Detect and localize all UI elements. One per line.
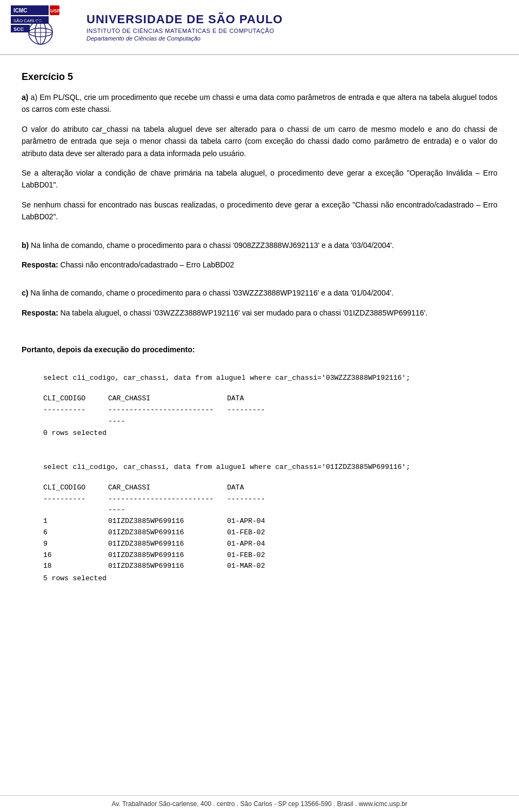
footer-text: Av. Trabalhador São-carlense, 400 . cent… [112, 800, 408, 808]
part-b-paragraph: b) Na linha de comando, chame o procedim… [22, 239, 497, 251]
paragraph1: O valor do atributo car_chassi na tabela… [22, 123, 497, 159]
part-b-label: b) [22, 241, 29, 250]
table2-col1-header: CLI_CODIGO [43, 482, 97, 494]
intro-paragraph: a) a) Em PL/SQL, crie um procedimento qu… [22, 91, 497, 116]
table1-header: CLI_CODIGO CAR_CHASSI DATA [43, 393, 497, 405]
row-col2: 01IZDZ3885WP699116 [108, 539, 216, 550]
table2-sep2: ----------------------------- [108, 494, 216, 516]
portanto-label: Portanto, depois da execução do procedim… [22, 344, 497, 355]
part-c-text: Na linha de comando, chame o procediment… [30, 288, 393, 297]
table1-sep: ---------- -----------------------------… [43, 405, 497, 427]
resposta-c-text: Na tabela aluguel, o chassi '03WZZZ3888W… [61, 308, 428, 317]
row-col2: 01IZDZ3885WP699116 [108, 561, 216, 572]
svg-text:USP: USP [50, 8, 61, 14]
row-col2: 01IZDZ3885WP699116 [108, 516, 216, 527]
table2-sep3: --------- [227, 494, 292, 516]
table2-sep1: ---------- [43, 494, 97, 516]
exercise-title: Exercício 5 [22, 71, 497, 83]
table1-col3-header: DATA [227, 393, 292, 405]
table-row: 6 01IZDZ3885WP699116 01-FEB-02 [43, 527, 497, 539]
row-col1: 18 [43, 561, 97, 572]
svg-text:ICMC: ICMC [14, 8, 28, 14]
row-col3: 01-FEB-02 [227, 550, 292, 561]
table1-rows-selected: 0 rows selected [43, 429, 497, 437]
part-b-text: Na linha de comando, chame o procediment… [31, 241, 394, 250]
resposta-b-text: Chassi não encontrado/cadastrado – Erro … [61, 260, 234, 269]
row-col1: 6 [43, 527, 97, 539]
header-text: UNIVERSIDADE DE SÃO PAULO INSTITUTO DE C… [86, 12, 283, 42]
row-col3: 01-APR-04 [227, 516, 292, 527]
table1-sep2: ----------------------------- [108, 405, 216, 427]
row-col1: 1 [43, 516, 97, 527]
query1: select cli_codigo, car_chassi, data from… [43, 373, 497, 384]
table2-rows-selected: 5 rows selected [43, 574, 497, 582]
row-col2: 01IZDZ3885WP699116 [108, 527, 216, 539]
table-row: 1 01IZDZ3885WP699116 01-APR-04 [43, 516, 497, 527]
university-name: UNIVERSIDADE DE SÃO PAULO [86, 12, 283, 26]
logo: ICMC USP SÃO CARLOS SCC [11, 5, 76, 49]
part-c-paragraph: c) Na linha de comando, chame o procedim… [22, 287, 497, 299]
row-col1: 9 [43, 539, 97, 550]
paragraph3: Se nenhum chassi for encontrado nas busc… [22, 199, 497, 223]
resposta-b-label: Resposta: [22, 260, 58, 269]
paragraph2: Se a alteração violar a condição de chav… [22, 167, 497, 191]
table2-col2-header: CAR_CHASSI [108, 482, 216, 494]
institute-name: INSTITUTO DE CIÊNCIAS MATEMÁTICAS E DE C… [86, 28, 283, 34]
part-c-label: c) [22, 288, 28, 297]
intro-text: a) Em PL/SQL, crie um procedimento que r… [22, 93, 497, 113]
svg-text:SCC: SCC [14, 26, 24, 32]
resposta-c-label: Resposta: [22, 308, 58, 317]
resposta-c: Resposta: Na tabela aluguel, o chassi '0… [22, 307, 497, 319]
table-row: 18 01IZDZ3885WP699116 01-MAR-02 [43, 561, 497, 572]
row-col2: 01IZDZ3885WP699116 [108, 550, 216, 561]
table2-rows: 1 01IZDZ3885WP699116 01-APR-04 6 01IZDZ3… [22, 516, 497, 572]
department-name: Departamento de Ciências de Computação [86, 35, 283, 42]
table2-col3-header: DATA [227, 482, 292, 494]
resposta-b: Resposta: Chassi não encontrado/cadastra… [22, 259, 497, 271]
table2-header: CLI_CODIGO CAR_CHASSI DATA [43, 482, 497, 494]
table1-col2-header: CAR_CHASSI [108, 393, 216, 405]
row-col3: 01-FEB-02 [227, 527, 292, 539]
page-header: ICMC USP SÃO CARLOS SCC UNIVERSIDADE DE … [0, 0, 519, 55]
row-col3: 01-MAR-02 [227, 561, 292, 572]
table2-sep: ---------- -----------------------------… [43, 494, 497, 516]
query2: select cli_codigo, car_chassi, data from… [43, 462, 497, 473]
part-a-label: a) [22, 93, 31, 102]
row-col3: 01-APR-04 [227, 539, 292, 550]
table1-col1-header: CLI_CODIGO [43, 393, 97, 405]
row-col1: 16 [43, 550, 97, 561]
table1-sep3: --------- [227, 405, 292, 427]
table-row: 16 01IZDZ3885WP699116 01-FEB-02 [43, 550, 497, 561]
table1-sep1: ---------- [43, 405, 97, 427]
page-footer: Av. Trabalhador São-carlense, 400 . cent… [0, 795, 519, 812]
table-row: 9 01IZDZ3885WP699116 01-APR-04 [43, 539, 497, 550]
main-content: Exercício 5 a) a) Em PL/SQL, crie um pro… [0, 55, 519, 628]
